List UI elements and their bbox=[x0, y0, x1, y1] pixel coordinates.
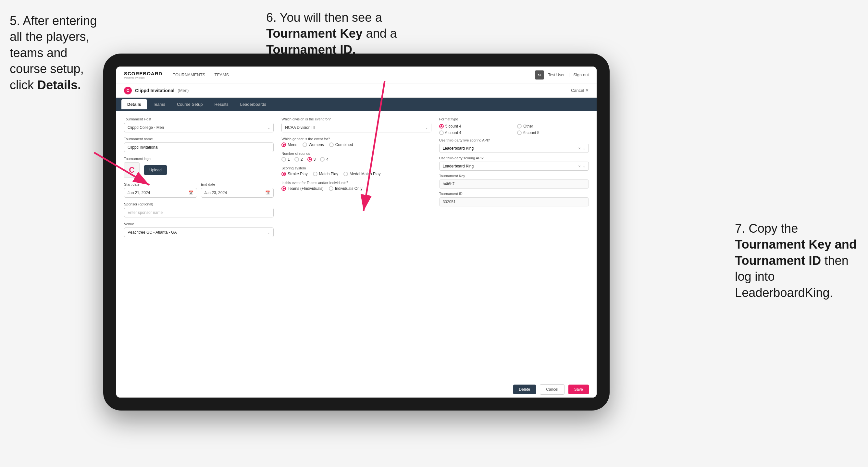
gender-mens[interactable]: Mens bbox=[281, 143, 297, 147]
rounds-1-radio[interactable] bbox=[281, 157, 286, 162]
annotation-top: 6. You will then see a Tournament Key an… bbox=[266, 10, 455, 58]
division-input[interactable]: NCAA Division III ⌄ bbox=[281, 123, 431, 132]
tournament-logo-group: Tournament logo C Upload bbox=[124, 157, 274, 178]
teams-with-individuals[interactable]: Teams (+Individuals) bbox=[281, 186, 323, 191]
rounds-2-radio[interactable] bbox=[294, 157, 299, 162]
scoring-stroke-radio[interactable] bbox=[281, 172, 286, 176]
start-date-calendar-icon: 📅 bbox=[189, 190, 193, 195]
tab-leaderboards[interactable]: Leaderboards bbox=[235, 99, 272, 110]
scoring-match[interactable]: Match Play bbox=[313, 172, 338, 176]
gender-mens-radio[interactable] bbox=[281, 143, 286, 147]
tab-course-setup[interactable]: Course Setup bbox=[171, 99, 209, 110]
venue-input[interactable]: Peachtree GC - Atlanta - GA ⌄ bbox=[124, 227, 274, 237]
user-name: Test User bbox=[548, 73, 564, 77]
annotation-left-text: 5. After entering all the players, teams… bbox=[10, 14, 97, 92]
individuals-only-radio[interactable] bbox=[329, 186, 333, 191]
gender-group: Which gender is the event for? Mens Wome… bbox=[281, 137, 431, 147]
sign-out-link[interactable]: Sign out bbox=[573, 72, 589, 77]
scoring-medal[interactable]: Medal Match Play bbox=[343, 172, 380, 176]
main-content: Tournament Host Clippd College - Men ⌄ T… bbox=[116, 111, 597, 381]
start-date-input[interactable]: Jan 21, 2024 📅 bbox=[124, 188, 197, 198]
logo-preview: C bbox=[124, 162, 140, 178]
format-6count4[interactable]: 6 count 4 bbox=[439, 130, 511, 135]
rounds-4-radio[interactable] bbox=[320, 157, 324, 162]
sponsor-placeholder: Enter sponsor name bbox=[128, 210, 163, 215]
teams-label: Is this event for Teams and/or Individua… bbox=[281, 181, 431, 185]
format-6count4-radio[interactable] bbox=[439, 130, 444, 135]
top-nav: SCOREBOARD Powered by clippt TOURNAMENTS… bbox=[116, 66, 597, 84]
api1-group: Use third-party live scoring API? Leader… bbox=[439, 138, 589, 153]
gender-womens-radio[interactable] bbox=[303, 143, 307, 147]
gender-womens-label: Womens bbox=[309, 143, 324, 147]
format-other-label: Other bbox=[523, 124, 533, 128]
tournament-name-label: Tournament name bbox=[124, 137, 274, 141]
gender-combined-radio[interactable] bbox=[329, 143, 334, 147]
nav-right: SI Test User | Sign out bbox=[535, 70, 589, 80]
sponsor-group: Sponsor (optional) Enter sponsor name bbox=[124, 202, 274, 217]
tournament-subtitle: (Men) bbox=[178, 88, 189, 93]
nav-separator: | bbox=[568, 73, 569, 77]
division-label: Which division is the event for? bbox=[281, 117, 431, 121]
rounds-4[interactable]: 4 bbox=[320, 157, 329, 162]
gender-combined-label: Combined bbox=[335, 143, 353, 147]
tournament-key-value: b4f6b7 bbox=[439, 180, 589, 189]
annotation-right: 7. Copy the Tournament Key and Tournamen… bbox=[735, 221, 858, 301]
api2-label: Use third-party scoring API? bbox=[439, 156, 589, 160]
scoring-medal-radio[interactable] bbox=[343, 172, 348, 176]
scoring-stroke-label: Stroke Play bbox=[288, 172, 307, 176]
venue-dropdown-icon: ⌄ bbox=[268, 231, 270, 234]
tournament-logo-label: Tournament logo bbox=[124, 157, 274, 161]
tab-details[interactable]: Details bbox=[121, 99, 147, 110]
format-5count4[interactable]: 5 count 4 bbox=[439, 124, 511, 128]
tab-teams[interactable]: Teams bbox=[147, 99, 171, 110]
sponsor-input[interactable]: Enter sponsor name bbox=[124, 208, 274, 217]
format-other[interactable]: Other bbox=[517, 124, 589, 128]
rounds-2[interactable]: 2 bbox=[294, 157, 303, 162]
division-value: NCAA Division III bbox=[285, 125, 314, 130]
api1-select[interactable]: Leaderboard King ✕ ⌄ bbox=[439, 144, 589, 153]
venue-value: Peachtree GC - Atlanta - GA bbox=[128, 230, 177, 235]
scoring-stroke[interactable]: Stroke Play bbox=[281, 172, 307, 176]
scoring-match-radio[interactable] bbox=[313, 172, 317, 176]
end-date-group: End date Jan 23, 2024 📅 bbox=[201, 182, 274, 198]
end-date-calendar-icon: 📅 bbox=[265, 190, 270, 195]
rounds-3[interactable]: 3 bbox=[307, 157, 316, 162]
tournament-key-group: Tournament Key b4f6b7 bbox=[439, 174, 589, 189]
teams-with-individuals-radio[interactable] bbox=[281, 186, 286, 191]
upload-button[interactable]: Upload bbox=[144, 165, 167, 175]
division-dropdown-icon: ⌄ bbox=[425, 126, 428, 129]
cancel-button[interactable]: Cancel bbox=[540, 384, 564, 395]
rounds-3-radio[interactable] bbox=[307, 157, 312, 162]
tab-results[interactable]: Results bbox=[208, 99, 234, 110]
tournament-host-input[interactable]: Clippd College - Men ⌄ bbox=[124, 123, 274, 132]
save-button[interactable]: Save bbox=[568, 384, 589, 394]
format-6count5-radio[interactable] bbox=[517, 130, 522, 135]
rounds-1[interactable]: 1 bbox=[281, 157, 290, 162]
format-5count4-label: 5 count 4 bbox=[445, 124, 461, 128]
delete-button[interactable]: Delete bbox=[513, 384, 536, 394]
individuals-only[interactable]: Individuals Only bbox=[329, 186, 363, 191]
nav-teams[interactable]: TEAMS bbox=[215, 72, 229, 77]
scoring-radio-group: Stroke Play Match Play Medal Match Play bbox=[281, 172, 431, 176]
format-5count4-radio[interactable] bbox=[439, 124, 444, 128]
nav-tournaments[interactable]: TOURNAMENTS bbox=[173, 72, 205, 77]
gender-womens[interactable]: Womens bbox=[303, 143, 324, 147]
rounds-2-label: 2 bbox=[301, 157, 303, 162]
tournament-name-value: Clippd Invitational bbox=[128, 145, 158, 150]
api1-dropdown-icon: ⌄ bbox=[583, 147, 585, 150]
format-type-group: Format type 5 count 4 Other 6 count 4 bbox=[439, 117, 589, 135]
format-other-radio[interactable] bbox=[517, 124, 522, 128]
gender-radio-group: Mens Womens Combined bbox=[281, 143, 431, 147]
end-date-input[interactable]: Jan 23, 2024 📅 bbox=[201, 188, 274, 198]
format-6count5[interactable]: 6 count 5 bbox=[517, 130, 589, 135]
scoring-medal-label: Medal Match Play bbox=[350, 172, 380, 176]
form-col2: Which division is the event for? NCAA Di… bbox=[281, 117, 431, 237]
teams-with-individuals-label: Teams (+Individuals) bbox=[288, 186, 323, 191]
division-group: Which division is the event for? NCAA Di… bbox=[281, 117, 431, 132]
tournament-name-input[interactable]: Clippd Invitational bbox=[124, 143, 274, 152]
scoring-group: Scoring system Stroke Play Match Play bbox=[281, 166, 431, 176]
api2-group: Use third-party scoring API? Leaderboard… bbox=[439, 156, 589, 171]
api2-select[interactable]: Leaderboard King ✕ ⌄ bbox=[439, 162, 589, 171]
header-cancel-button[interactable]: Cancel ✕ bbox=[571, 88, 589, 93]
gender-combined[interactable]: Combined bbox=[329, 143, 353, 147]
